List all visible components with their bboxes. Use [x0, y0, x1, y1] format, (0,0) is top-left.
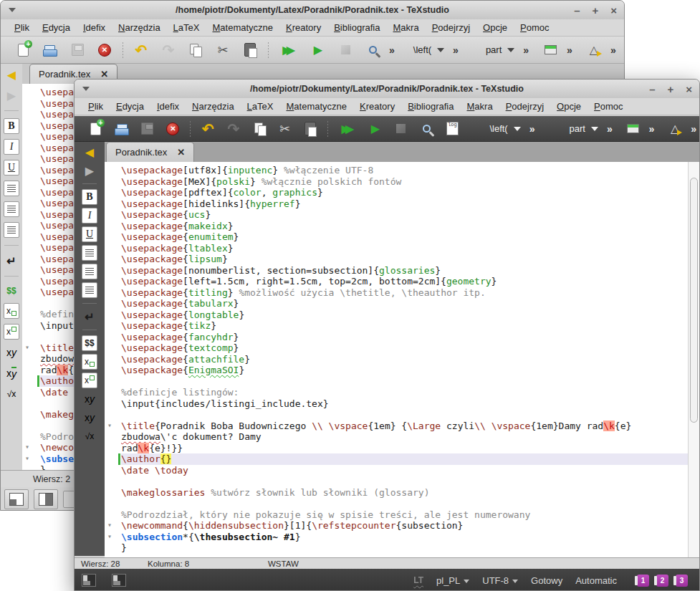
menu-matematyczne[interactable]: Matematyczne — [206, 20, 279, 36]
maximize-button[interactable]: + — [667, 83, 673, 95]
menu-idefix[interactable]: Idefix — [150, 99, 186, 115]
menu-narzędzia[interactable]: Narzędzia — [186, 99, 241, 115]
language-select[interactable]: pl_PL — [436, 575, 469, 586]
dfraction-icon[interactable]: xy — [4, 365, 19, 381]
menu-matematyczne[interactable]: Matematyczne — [279, 99, 353, 115]
code-line[interactable]: \makeglossaries %utwórz słownik lub słow… — [105, 487, 689, 499]
code-line[interactable]: \newcommand{\hiddensubsection}[1]{\refst… — [105, 520, 689, 532]
code-line[interactable] — [105, 476, 689, 487]
minimize-button[interactable]: – — [574, 4, 580, 16]
code-line[interactable]: \usepackage{tabularx} — [105, 298, 689, 309]
code-line[interactable]: \subsection*{\thesubsection~ #1} — [105, 532, 689, 543]
code-line[interactable]: \usepackage[hidelinks]{hyperref} — [105, 198, 689, 210]
bookmark-2-icon[interactable]: 2 — [656, 575, 668, 587]
display-math-icon[interactable]: $$ — [82, 335, 97, 351]
code-line[interactable]: \usepackage[left=1.5cm, right=1.5cm, top… — [105, 276, 689, 287]
copy-icon[interactable] — [187, 42, 204, 59]
menu-pomoc[interactable]: Pomoc — [588, 99, 629, 115]
code-line[interactable]: rad\k{e}!}} — [105, 443, 689, 454]
code-line[interactable]: \usepackage{longtable} — [105, 309, 689, 321]
align-right-icon[interactable] — [82, 282, 97, 298]
code-line[interactable]: \usepackage{makeidx} — [105, 221, 689, 232]
close-button[interactable]: × — [610, 4, 617, 16]
code-line[interactable]: } — [105, 542, 689, 554]
sqrt-icon[interactable]: √x — [82, 428, 97, 444]
superscript-icon[interactable] — [4, 324, 19, 340]
languagetool-icon[interactable]: LT — [413, 575, 423, 585]
menu-opcje[interactable]: Opcje — [476, 20, 514, 36]
structure-level-combo[interactable]: part — [564, 120, 604, 138]
bold-icon[interactable]: B — [82, 189, 97, 205]
table-wizard-icon[interactable] — [625, 120, 641, 138]
close-document-icon[interactable] — [165, 120, 181, 138]
code-line[interactable]: \input{includes/listingi_include.tex} — [105, 398, 689, 410]
align-right-icon[interactable] — [4, 222, 19, 238]
log-icon[interactable] — [445, 120, 461, 138]
underline-icon[interactable]: U — [82, 226, 97, 242]
fold-marker-icon[interactable] — [105, 532, 121, 543]
bookmark-3-icon[interactable]: 3 — [676, 575, 688, 587]
toggle-sidepanel-button[interactable] — [4, 489, 29, 509]
close-button[interactable]: × — [686, 83, 692, 95]
toolbar-overflow-icon[interactable]: » — [453, 44, 459, 56]
new-document-icon[interactable] — [88, 120, 104, 138]
delimiter-combo[interactable]: \left( — [484, 120, 526, 138]
new-document-icon[interactable] — [14, 42, 32, 59]
toolbar-overflow-icon[interactable]: » — [523, 44, 529, 56]
code-line[interactable]: %Podrozdział, który nie pokazuje się w s… — [105, 509, 689, 521]
menu-latex[interactable]: LaTeX — [241, 99, 280, 115]
fraction-icon[interactable]: xy — [82, 391, 97, 407]
view-icon[interactable]: ▶ — [368, 120, 383, 138]
align-center-icon[interactable] — [82, 264, 97, 279]
menu-makra[interactable]: Makra — [387, 20, 426, 36]
align-center-icon[interactable] — [4, 201, 19, 217]
fold-marker-icon[interactable] — [22, 342, 40, 354]
code-line[interactable] — [105, 409, 689, 421]
italic-icon[interactable]: I — [82, 208, 97, 224]
fold-marker-icon[interactable] — [22, 453, 40, 465]
back-arrow-icon[interactable]: ◀ — [82, 144, 97, 160]
display-math-icon[interactable]: $$ — [4, 284, 19, 298]
open-icon[interactable] — [114, 120, 130, 138]
code-line[interactable]: \usepackage{tikz} — [105, 320, 689, 332]
titlebar[interactable]: /home/piotr/Dokumenty/Latex/Poradnik/Por… — [1, 1, 624, 20]
code-line[interactable]: \usepackage{titling} %możliwość użycia \… — [105, 287, 689, 299]
sqrt-icon[interactable]: √x — [4, 386, 19, 402]
view-icon[interactable]: ▶ — [310, 42, 327, 59]
align-left-icon[interactable] — [82, 245, 97, 261]
toggle-sidepanel-button[interactable] — [82, 574, 96, 587]
code-line[interactable] — [105, 498, 689, 509]
toolbar-overflow-icon[interactable]: » — [567, 44, 572, 56]
find-icon[interactable] — [419, 120, 435, 138]
undo-icon[interactable]: ↶ — [133, 42, 150, 59]
menu-plik[interactable]: Plik — [82, 99, 110, 115]
toggle-messages-button[interactable] — [112, 574, 126, 587]
subscript-icon[interactable] — [4, 303, 19, 319]
code-line[interactable]: \usepackage[utf8x]{inputenc} %włączenie … — [105, 165, 689, 176]
maximize-button[interactable]: + — [592, 4, 598, 16]
code-line[interactable]: \usepackage{ltablex} — [105, 243, 689, 254]
bookmark-1-icon[interactable]: 1 — [637, 575, 649, 587]
code-line[interactable]: \usepackage[pdftex]{color, graphics} — [105, 187, 689, 198]
code-line[interactable]: \usepackage{ucs} — [105, 209, 689, 221]
code-line[interactable]: \usepackage{enumitem} — [105, 231, 689, 243]
code-line[interactable]: \usepackage{EnigmaSOI} — [105, 365, 689, 376]
toolbar-overflow-icon[interactable]: » — [607, 123, 613, 135]
code-line[interactable]: \usepackage{attachfile} — [105, 354, 689, 365]
editor[interactable]: \usepackage[utf8x]{inputenc} %włączenie … — [105, 162, 689, 557]
toolbar-overflow-icon[interactable]: » — [610, 44, 616, 56]
paste-icon[interactable] — [303, 120, 319, 138]
menu-plik[interactable]: Plik — [8, 20, 36, 36]
code-line[interactable]: \date \today — [105, 465, 689, 476]
menu-idefix[interactable]: Idefix — [77, 20, 112, 36]
bold-icon[interactable]: B — [4, 118, 19, 134]
menu-opcje[interactable]: Opcje — [550, 99, 588, 115]
code-line[interactable] — [105, 376, 689, 388]
structure-level-combo[interactable]: part — [480, 42, 520, 59]
undo-icon[interactable]: ↶ — [200, 120, 216, 138]
forward-arrow-icon[interactable]: ▶ — [82, 163, 97, 178]
tab-close-icon[interactable]: ✕ — [100, 69, 108, 80]
build-and-view-icon[interactable]: ▶▶ — [278, 42, 299, 59]
code-line[interactable]: \usepackage[nonumberlist, section=subsec… — [105, 265, 689, 277]
menu-kreatory[interactable]: Kreatory — [279, 20, 327, 36]
